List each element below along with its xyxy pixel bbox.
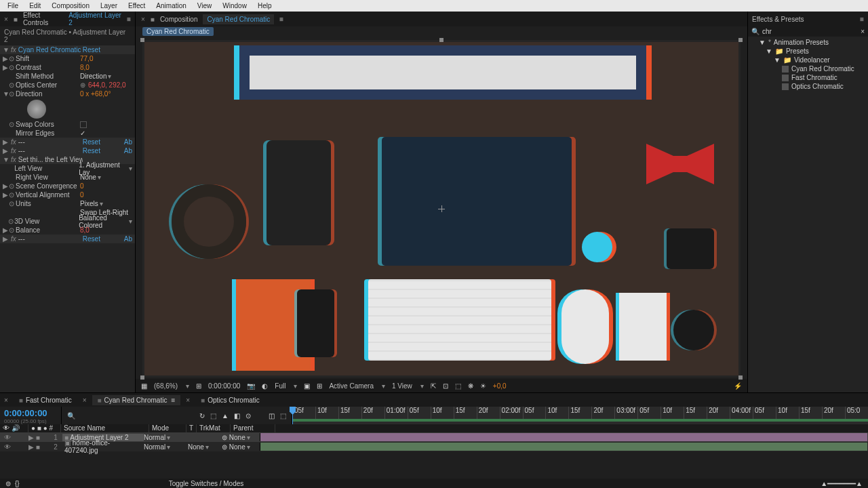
- clear-search-icon[interactable]: ×: [861, 28, 865, 35]
- tree-animation-presets[interactable]: Animation Presets: [774, 39, 829, 46]
- toggle-switches[interactable]: Toggle Switches / Modes: [169, 480, 244, 487]
- units-value[interactable]: Pixels: [80, 200, 98, 207]
- dropdown-icon[interactable]: ▾: [98, 174, 101, 181]
- snapshot-icon[interactable]: 📷: [247, 382, 255, 390]
- menu-view[interactable]: View: [193, 1, 217, 11]
- col-trkmat[interactable]: TrkMat: [197, 424, 231, 432]
- prop-3dview[interactable]: 3D View: [14, 218, 79, 225]
- dropdown-icon[interactable]: ▾: [129, 218, 132, 225]
- prop-balance[interactable]: Balance: [16, 226, 80, 234]
- preset-item[interactable]: Optics Chromatic: [791, 83, 844, 90]
- eye-icon[interactable]: 👁: [0, 434, 15, 441]
- about-link[interactable]: Ab: [124, 235, 132, 243]
- menu-composition[interactable]: Composition: [47, 1, 94, 11]
- search-icon[interactable]: 🔍: [67, 412, 75, 420]
- timecode[interactable]: 0:00:00:0000000 (25.00 fps): [0, 407, 61, 424]
- search-input[interactable]: [762, 28, 861, 35]
- mask-icon[interactable]: ⊡: [443, 382, 448, 390]
- layer-mode[interactable]: Normal▾: [144, 434, 178, 441]
- channel-icon[interactable]: ◐: [262, 382, 268, 390]
- layer-parent[interactable]: ⊚ None▾: [222, 443, 259, 451]
- resolution-value[interactable]: Full: [275, 382, 285, 390]
- tl-tool-icon[interactable]: ⬚: [280, 412, 286, 420]
- fx-dash[interactable]: ---: [18, 147, 83, 155]
- close-icon[interactable]: ×: [141, 16, 145, 23]
- direction-dial[interactable]: [27, 100, 46, 119]
- fast-preview-icon[interactable]: ⚡: [734, 382, 742, 390]
- prop-direction[interactable]: Direction: [16, 90, 80, 98]
- timeline-tab[interactable]: ■Optics Chromatic: [195, 395, 265, 405]
- menu-effect[interactable]: Effect: [123, 1, 150, 11]
- menu-edit[interactable]: Edit: [24, 1, 45, 11]
- roi-icon[interactable]: ▣: [304, 382, 310, 390]
- comp-name[interactable]: Cyan Red Chromatic: [203, 14, 274, 24]
- timeline-ruler[interactable]: 05f10f15f20f01:00f05f10f15f20f02:00f05f1…: [292, 407, 868, 424]
- menu-help[interactable]: Help: [253, 1, 277, 11]
- prop-shift[interactable]: Shift: [16, 55, 80, 62]
- panel-menu-icon[interactable]: ≡: [279, 16, 283, 23]
- dropdown-icon[interactable]: ▾: [129, 165, 132, 172]
- rightview-value[interactable]: None: [80, 174, 96, 181]
- tl-tool-icon[interactable]: ⊙: [245, 412, 251, 420]
- tl-tool-icon[interactable]: ▲: [222, 412, 229, 420]
- composition-tab[interactable]: Composition: [160, 16, 198, 23]
- close-icon[interactable]: ×: [4, 396, 8, 404]
- handle-icon[interactable]: [140, 375, 144, 380]
- swap-checkbox[interactable]: [80, 121, 87, 128]
- tl-foot-icon[interactable]: {}: [15, 480, 20, 487]
- dropdown-icon[interactable]: ▾: [108, 73, 111, 80]
- anchor-icon[interactable]: [438, 205, 445, 212]
- tl-tool-icon[interactable]: ⬚: [210, 412, 216, 420]
- col-parent[interactable]: Parent: [231, 424, 275, 432]
- about-link[interactable]: Ab: [124, 138, 132, 146]
- panel-menu-icon[interactable]: ≡: [127, 16, 131, 23]
- handle-icon[interactable]: [738, 38, 743, 42]
- lock-icon[interactable]: ■: [14, 16, 18, 23]
- timeline-tab[interactable]: ■Fast Chromatic: [14, 395, 77, 405]
- lock-icon[interactable]: ■: [151, 16, 155, 23]
- tree-videolancer[interactable]: Videolancer: [794, 56, 830, 64]
- shift-value[interactable]: 77,0: [80, 55, 93, 62]
- prop-units[interactable]: Units: [16, 200, 80, 207]
- effects-presets-tab[interactable]: Effects & Presets: [752, 16, 804, 23]
- close-icon[interactable]: ×: [83, 396, 87, 404]
- preset-tree[interactable]: ▼*Animation Presets ▼📁Presets ▼📁Videolan…: [748, 37, 868, 92]
- layer-duration-bar[interactable]: [260, 433, 867, 441]
- menu-bar[interactable]: File Edit Composition Layer Effect Anima…: [0, 0, 868, 12]
- reset-link[interactable]: Reset: [83, 235, 100, 243]
- grid-icon[interactable]: ▦: [141, 382, 147, 390]
- work-area-bar[interactable]: [292, 419, 868, 422]
- preset-item[interactable]: Cyan Red Chromatic: [791, 65, 854, 73]
- views-value[interactable]: 1 View: [392, 382, 412, 390]
- balance-value[interactable]: 8,0: [80, 226, 90, 234]
- tl-tool-icon[interactable]: ◫: [269, 412, 275, 420]
- center-value[interactable]: 644,0, 292,0: [88, 81, 126, 89]
- tl-tool-icon[interactable]: ↻: [199, 412, 205, 420]
- close-icon[interactable]: ×: [4, 16, 8, 23]
- layer-row[interactable]: 👁 ▶ ■ 2 ▣ home-office-407240.jpg Normal▾…: [0, 442, 868, 451]
- prop-rightview[interactable]: Right View: [16, 174, 80, 181]
- prop-sceneconv[interactable]: Scene Convergence: [16, 182, 80, 190]
- exposure-value[interactable]: +0,0: [493, 382, 507, 390]
- close-icon[interactable]: ×: [186, 396, 190, 404]
- reset-link[interactable]: Reset: [83, 147, 100, 155]
- share-icon[interactable]: ⇱: [431, 382, 436, 390]
- grid-overlay-icon[interactable]: ⊞: [317, 382, 322, 390]
- about-link[interactable]: Ab: [124, 147, 132, 155]
- layer-mode[interactable]: Normal▾: [144, 443, 178, 451]
- timeline-tab-active[interactable]: ■Cyan Red Chromatic≡: [92, 395, 181, 405]
- reset-link[interactable]: Reset: [83, 46, 100, 54]
- composition-viewer[interactable]: [142, 40, 741, 378]
- tl-tool-icon[interactable]: ◧: [234, 412, 240, 420]
- layer-duration-bar[interactable]: [260, 443, 867, 451]
- prop-shift-method[interactable]: Shift Method: [16, 73, 80, 80]
- zoom-value[interactable]: (68,6%): [154, 382, 178, 390]
- prop-mirror-edges[interactable]: Mirror Edges: [16, 129, 80, 137]
- prop-swap-colors[interactable]: Swap Colors: [16, 121, 80, 128]
- valign-value[interactable]: 0: [80, 191, 84, 199]
- effect-name[interactable]: Cyan Red Chromatic: [18, 46, 83, 54]
- panel-menu-icon[interactable]: ≡: [860, 16, 864, 23]
- prop-leftview[interactable]: Left View: [14, 165, 79, 172]
- effect-controls-tab[interactable]: Effect Controls: [23, 12, 63, 26]
- fx-dash[interactable]: ---: [18, 138, 83, 146]
